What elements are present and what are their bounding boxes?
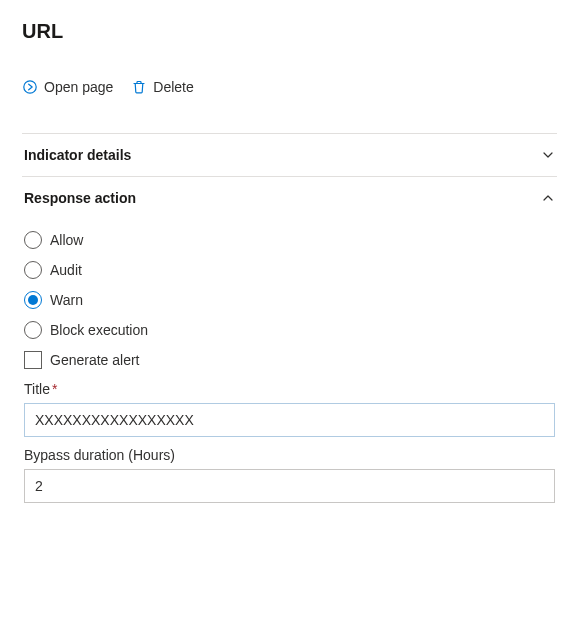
radio-warn-label: Warn <box>50 292 83 308</box>
bypass-duration-input[interactable] <box>24 469 555 503</box>
chevron-up-icon <box>541 191 555 205</box>
open-page-button[interactable]: Open page <box>22 79 113 95</box>
response-action-body: Allow Audit Warn Block execution Generat… <box>22 219 557 511</box>
radio-audit-label: Audit <box>50 262 82 278</box>
radio-audit[interactable]: Audit <box>24 261 555 279</box>
radio-icon <box>24 321 42 339</box>
delete-icon <box>131 79 147 95</box>
radio-block[interactable]: Block execution <box>24 321 555 339</box>
bypass-duration-label: Bypass duration (Hours) <box>24 447 555 463</box>
delete-label: Delete <box>153 79 193 95</box>
title-label: Title* <box>24 381 555 397</box>
radio-allow-label: Allow <box>50 232 83 248</box>
toolbar: Open page Delete <box>22 79 557 95</box>
bypass-duration-field: Bypass duration (Hours) <box>24 447 555 503</box>
chevron-down-icon <box>541 148 555 162</box>
indicator-details-title: Indicator details <box>24 147 131 163</box>
generate-alert-label: Generate alert <box>50 352 140 368</box>
indicator-details-header[interactable]: Indicator details <box>22 134 557 176</box>
radio-block-label: Block execution <box>50 322 148 338</box>
open-page-icon <box>22 79 38 95</box>
radio-warn[interactable]: Warn <box>24 291 555 309</box>
response-action-header[interactable]: Response action <box>22 177 557 219</box>
title-input[interactable] <box>24 403 555 437</box>
delete-button[interactable]: Delete <box>131 79 193 95</box>
generate-alert-checkbox[interactable]: Generate alert <box>24 351 555 369</box>
response-action-title: Response action <box>24 190 136 206</box>
svg-point-0 <box>24 81 36 93</box>
radio-allow[interactable]: Allow <box>24 231 555 249</box>
radio-icon <box>24 231 42 249</box>
radio-icon <box>24 261 42 279</box>
required-indicator: * <box>52 381 57 397</box>
checkbox-icon <box>24 351 42 369</box>
title-field: Title* <box>24 381 555 437</box>
title-label-text: Title <box>24 381 50 397</box>
page-title: URL <box>22 20 557 43</box>
radio-icon <box>24 291 42 309</box>
open-page-label: Open page <box>44 79 113 95</box>
